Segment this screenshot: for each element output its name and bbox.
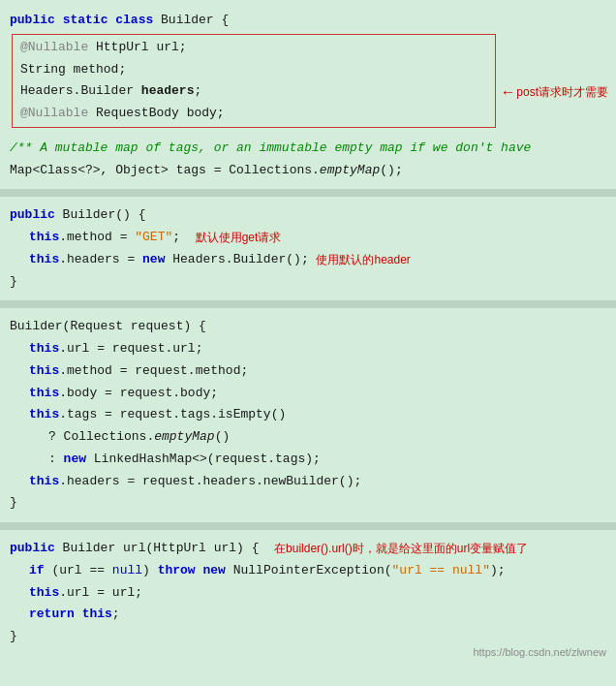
constructor1-headers: this.headers = new Headers.Builder(); [10,249,316,271]
redbox-line-2: String method; [20,59,487,81]
constructor2-tags-ternary2: : new LinkedHashMap<>(request.tags); [10,449,606,471]
constructor2-headers: this.headers = request.headers.newBuilde… [10,471,606,493]
constructor1-headers-line: this.headers = new Headers.Builder(); 使用… [10,249,606,271]
annotation-get: 默认使用get请求 [196,228,282,247]
method-url-assign: this.url = url; [10,582,606,605]
annotation-header: 使用默认的header [316,250,410,269]
constructor1-block: public Builder() { this.method = "GET"; … [0,201,616,296]
constructor1-header-line: public Builder() { [10,204,606,227]
arrow-icon: ← [504,84,513,102]
constructor2-block: Builder(Request request) { this.url = re… [0,312,616,518]
redbox-line-4: @Nullable RequestBody body; [20,103,487,125]
constructor2-body: this.body = request.body; [10,383,606,405]
method-url-close: } [10,626,606,648]
constructor2-tags: this.tags = request.tags.isEmpty() [10,404,606,426]
annotation-url: 在builder().url()时，就是给这里面的url变量赋值了 [274,539,528,558]
method-url-block: public Builder url(HttpUrl url) { 在build… [0,534,616,652]
tags-line: Map<Class<?>, Object> tags = Collections… [10,160,606,182]
class-declaration: public static class Builder { [10,10,606,32]
constructor1-close: } [10,271,606,294]
arrow-annotation: ← post请求时才需要 [496,34,608,102]
separator-2 [0,300,616,308]
method-url-header-line: public Builder url(HttpUrl url) { 在build… [10,538,606,560]
watermark: https://blog.csdn.net/zlwnew [473,646,606,658]
redbox-line-3: Headers.Builder headers; [20,80,487,103]
redbox: @Nullable HttpUrl url; String method; He… [12,34,496,128]
code-container: public static class Builder { @Nullable … [0,0,616,664]
separator-3 [0,522,616,530]
constructor1-method: this.method = "GET"; [10,227,196,249]
constructor2-tags-ternary1: ? Collections.emptyMap() [10,426,606,449]
comment-block: /** A mutable map of tags, or an immutab… [0,132,616,186]
method-url-ifthrow: if (url == null) throw new NullPointerEx… [10,560,606,582]
arrow-text: post请求时才需要 [516,84,608,101]
comment-line: /** A mutable map of tags, or an immutab… [10,138,606,160]
constructor2-url: this.url = request.url; [10,338,606,360]
method-url-header: public Builder url(HttpUrl url) { [10,538,274,560]
constructor2-header: Builder(Request request) { [10,316,606,338]
redbox-section: @Nullable HttpUrl url; String method; He… [12,34,608,128]
constructor1-method-line: this.method = "GET"; 默认使用get请求 [10,227,606,249]
constructor2-close: } [10,492,606,514]
separator-1 [0,189,616,197]
constructor1-header: public Builder() { [10,204,145,227]
method-url-return: return this; [10,604,606,626]
redbox-line-1: @Nullable HttpUrl url; [20,37,487,59]
constructor2-method: this.method = request.method; [10,360,606,383]
